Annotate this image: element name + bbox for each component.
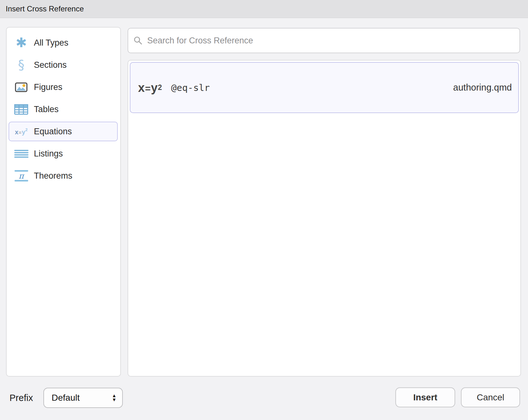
theorem-icon: π — [13, 170, 29, 181]
search-icon — [133, 36, 143, 45]
prefix-label: Prefix — [9, 393, 33, 403]
equation-icon: x=y2 — [13, 127, 29, 136]
reference-file: authoring.qmd — [453, 82, 512, 93]
sidebar-item-label: Sections — [34, 60, 67, 70]
dropdown-arrows-icon: ▲ ▼ — [112, 394, 116, 402]
sidebar-item-label: Figures — [34, 82, 62, 92]
sidebar-item-label: Theorems — [34, 171, 72, 181]
sidebar-item-tables[interactable]: Tables — [9, 99, 118, 119]
table-icon — [13, 104, 29, 115]
dialog-title: Insert Cross Reference — [6, 4, 84, 13]
dialog-titlebar: Insert Cross Reference — [0, 0, 528, 18]
sidebar-item-figures[interactable]: Figures — [9, 77, 118, 97]
sidebar-item-sections[interactable]: § Sections — [9, 55, 118, 75]
reference-list-panel: x=y2 @eq-slr authoring.qmd — [128, 60, 521, 377]
prefix-dropdown[interactable]: Default ▲ ▼ — [43, 388, 123, 408]
reference-id: @eq-slr — [171, 82, 210, 93]
prefix-dropdown-value: Default — [52, 393, 80, 403]
reference-list-item[interactable]: x=y2 @eq-slr authoring.qmd — [130, 62, 519, 113]
sidebar-item-label: Listings — [34, 149, 63, 159]
sidebar-item-listings[interactable]: Listings — [9, 144, 118, 163]
sidebar-item-label: Equations — [34, 127, 72, 137]
equation-icon: x=y2 — [138, 82, 162, 94]
search-input[interactable] — [147, 35, 514, 46]
insert-button[interactable]: Insert — [395, 387, 455, 407]
sidebar-item-all-types[interactable]: ✱ All Types — [9, 33, 118, 53]
type-list-panel: ✱ All Types § Sections Figures — [6, 27, 121, 377]
section-icon: § — [13, 59, 29, 71]
sidebar-item-label: Tables — [34, 105, 59, 114]
listing-icon — [13, 150, 29, 158]
sidebar-item-theorems[interactable]: π Theorems — [9, 166, 118, 186]
cancel-button[interactable]: Cancel — [461, 387, 520, 407]
asterisk-icon: ✱ — [13, 36, 29, 49]
figure-icon — [13, 82, 29, 92]
sidebar-item-equations[interactable]: x=y2 Equations — [9, 122, 118, 141]
sidebar-item-label: All Types — [34, 38, 68, 48]
search-box — [128, 28, 520, 53]
